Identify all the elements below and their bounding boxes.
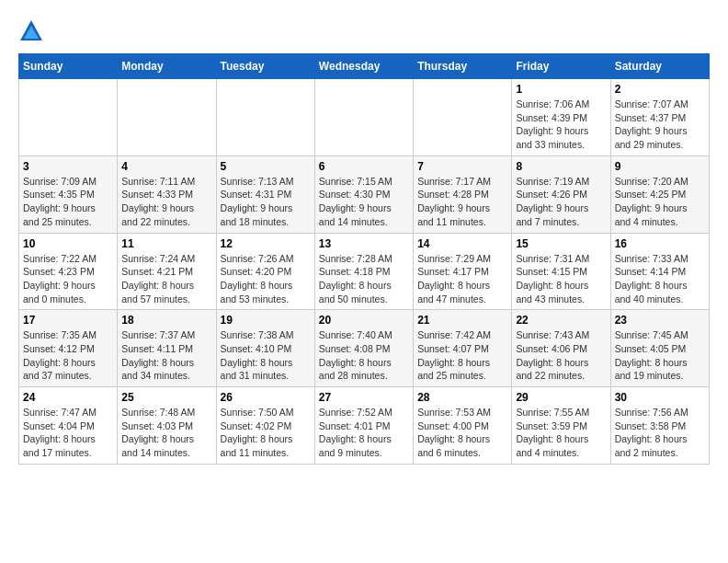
calendar-cell: 14Sunrise: 7:29 AM Sunset: 4:17 PM Dayli… (414, 233, 512, 310)
day-number: 21 (417, 314, 507, 327)
calendar-cell: 5Sunrise: 7:13 AM Sunset: 4:31 PM Daylig… (216, 155, 314, 233)
day-number: 1 (516, 83, 606, 96)
day-info: Sunrise: 7:13 AM Sunset: 4:31 PM Dayligh… (221, 175, 311, 229)
day-number: 26 (221, 391, 311, 404)
calendar-week-row: 24Sunrise: 7:47 AM Sunset: 4:04 PM Dayli… (19, 387, 710, 465)
calendar-cell (414, 79, 512, 156)
day-info: Sunrise: 7:48 AM Sunset: 4:03 PM Dayligh… (121, 406, 211, 460)
day-info: Sunrise: 7:47 AM Sunset: 4:04 PM Dayligh… (23, 406, 113, 460)
day-info: Sunrise: 7:29 AM Sunset: 4:17 PM Dayligh… (417, 252, 507, 306)
day-number: 22 (516, 314, 606, 327)
day-number: 6 (319, 160, 409, 173)
calendar-cell: 17Sunrise: 7:35 AM Sunset: 4:12 PM Dayli… (19, 310, 118, 387)
day-number: 24 (23, 391, 113, 404)
weekday-header: Thursday (414, 54, 512, 79)
calendar-cell (118, 79, 216, 156)
logo (18, 18, 48, 44)
day-number: 25 (121, 391, 211, 404)
calendar-cell: 20Sunrise: 7:40 AM Sunset: 4:08 PM Dayli… (314, 310, 413, 387)
page-header (18, 18, 710, 44)
day-number: 29 (516, 391, 606, 404)
calendar-week-row: 3Sunrise: 7:09 AM Sunset: 4:35 PM Daylig… (19, 155, 710, 233)
calendar-cell: 10Sunrise: 7:22 AM Sunset: 4:23 PM Dayli… (19, 233, 118, 310)
day-number: 27 (319, 391, 409, 404)
day-number: 8 (516, 160, 606, 173)
day-info: Sunrise: 7:22 AM Sunset: 4:23 PM Dayligh… (23, 252, 113, 306)
day-info: Sunrise: 7:11 AM Sunset: 4:33 PM Dayligh… (121, 175, 211, 229)
calendar-week-row: 17Sunrise: 7:35 AM Sunset: 4:12 PM Dayli… (19, 310, 710, 387)
calendar-cell: 26Sunrise: 7:50 AM Sunset: 4:02 PM Dayli… (216, 387, 314, 465)
day-number: 2 (615, 83, 705, 96)
day-number: 4 (121, 160, 211, 173)
day-info: Sunrise: 7:20 AM Sunset: 4:25 PM Dayligh… (615, 175, 705, 229)
day-info: Sunrise: 7:15 AM Sunset: 4:30 PM Dayligh… (319, 175, 409, 229)
weekday-header-row: SundayMondayTuesdayWednesdayThursdayFrid… (19, 54, 710, 79)
calendar-cell: 16Sunrise: 7:33 AM Sunset: 4:14 PM Dayli… (610, 233, 709, 310)
day-info: Sunrise: 7:56 AM Sunset: 3:58 PM Dayligh… (615, 406, 705, 460)
day-number: 19 (221, 314, 311, 327)
logo-icon (18, 18, 44, 44)
weekday-header: Wednesday (314, 54, 413, 79)
day-number: 11 (121, 237, 211, 250)
day-number: 18 (121, 314, 211, 327)
calendar-cell (216, 79, 314, 156)
calendar-cell: 28Sunrise: 7:53 AM Sunset: 4:00 PM Dayli… (414, 387, 512, 465)
calendar-cell: 25Sunrise: 7:48 AM Sunset: 4:03 PM Dayli… (118, 387, 216, 465)
day-number: 30 (615, 391, 705, 404)
weekday-header: Friday (512, 54, 610, 79)
day-number: 16 (615, 237, 705, 250)
calendar-cell: 27Sunrise: 7:52 AM Sunset: 4:01 PM Dayli… (314, 387, 413, 465)
day-number: 13 (319, 237, 409, 250)
calendar-week-row: 10Sunrise: 7:22 AM Sunset: 4:23 PM Dayli… (19, 233, 710, 310)
day-info: Sunrise: 7:38 AM Sunset: 4:10 PM Dayligh… (221, 328, 311, 383)
calendar-cell: 21Sunrise: 7:42 AM Sunset: 4:07 PM Dayli… (414, 310, 512, 387)
day-info: Sunrise: 7:52 AM Sunset: 4:01 PM Dayligh… (319, 406, 409, 460)
day-info: Sunrise: 7:35 AM Sunset: 4:12 PM Dayligh… (23, 328, 113, 383)
calendar-cell: 19Sunrise: 7:38 AM Sunset: 4:10 PM Dayli… (216, 310, 314, 387)
day-info: Sunrise: 7:31 AM Sunset: 4:15 PM Dayligh… (516, 252, 606, 306)
calendar-cell: 29Sunrise: 7:55 AM Sunset: 3:59 PM Dayli… (512, 387, 610, 465)
weekday-header: Monday (118, 54, 216, 79)
calendar-cell: 18Sunrise: 7:37 AM Sunset: 4:11 PM Dayli… (118, 310, 216, 387)
weekday-header: Sunday (19, 54, 118, 79)
day-info: Sunrise: 7:37 AM Sunset: 4:11 PM Dayligh… (121, 328, 211, 383)
day-number: 3 (23, 160, 113, 173)
calendar-cell (314, 79, 413, 156)
calendar-cell: 23Sunrise: 7:45 AM Sunset: 4:05 PM Dayli… (610, 310, 709, 387)
day-number: 9 (615, 160, 705, 173)
calendar-cell: 2Sunrise: 7:07 AM Sunset: 4:37 PM Daylig… (610, 79, 709, 156)
calendar-cell: 1Sunrise: 7:06 AM Sunset: 4:39 PM Daylig… (512, 79, 610, 156)
day-info: Sunrise: 7:33 AM Sunset: 4:14 PM Dayligh… (615, 252, 705, 306)
day-info: Sunrise: 7:50 AM Sunset: 4:02 PM Dayligh… (221, 406, 311, 460)
weekday-header: Tuesday (216, 54, 314, 79)
day-number: 12 (221, 237, 311, 250)
calendar-cell (19, 79, 118, 156)
day-info: Sunrise: 7:19 AM Sunset: 4:26 PM Dayligh… (516, 175, 606, 229)
calendar: SundayMondayTuesdayWednesdayThursdayFrid… (18, 53, 710, 465)
day-info: Sunrise: 7:40 AM Sunset: 4:08 PM Dayligh… (319, 328, 409, 383)
day-number: 10 (23, 237, 113, 250)
day-info: Sunrise: 7:06 AM Sunset: 4:39 PM Dayligh… (516, 98, 606, 152)
day-info: Sunrise: 7:43 AM Sunset: 4:06 PM Dayligh… (516, 328, 606, 383)
calendar-cell: 15Sunrise: 7:31 AM Sunset: 4:15 PM Dayli… (512, 233, 610, 310)
day-number: 14 (417, 237, 507, 250)
day-number: 7 (417, 160, 507, 173)
day-info: Sunrise: 7:53 AM Sunset: 4:00 PM Dayligh… (417, 406, 507, 460)
day-info: Sunrise: 7:26 AM Sunset: 4:20 PM Dayligh… (221, 252, 311, 306)
calendar-cell: 8Sunrise: 7:19 AM Sunset: 4:26 PM Daylig… (512, 155, 610, 233)
day-info: Sunrise: 7:55 AM Sunset: 3:59 PM Dayligh… (516, 406, 606, 460)
day-number: 23 (615, 314, 705, 327)
day-info: Sunrise: 7:07 AM Sunset: 4:37 PM Dayligh… (615, 98, 705, 152)
day-info: Sunrise: 7:28 AM Sunset: 4:18 PM Dayligh… (319, 252, 409, 306)
day-number: 5 (221, 160, 311, 173)
day-number: 17 (23, 314, 113, 327)
calendar-week-row: 1Sunrise: 7:06 AM Sunset: 4:39 PM Daylig… (19, 79, 710, 156)
calendar-cell: 9Sunrise: 7:20 AM Sunset: 4:25 PM Daylig… (610, 155, 709, 233)
calendar-cell: 22Sunrise: 7:43 AM Sunset: 4:06 PM Dayli… (512, 310, 610, 387)
calendar-cell: 11Sunrise: 7:24 AM Sunset: 4:21 PM Dayli… (118, 233, 216, 310)
day-info: Sunrise: 7:24 AM Sunset: 4:21 PM Dayligh… (121, 252, 211, 306)
day-number: 20 (319, 314, 409, 327)
calendar-cell: 30Sunrise: 7:56 AM Sunset: 3:58 PM Dayli… (610, 387, 709, 465)
calendar-cell: 24Sunrise: 7:47 AM Sunset: 4:04 PM Dayli… (19, 387, 118, 465)
day-info: Sunrise: 7:42 AM Sunset: 4:07 PM Dayligh… (417, 328, 507, 383)
